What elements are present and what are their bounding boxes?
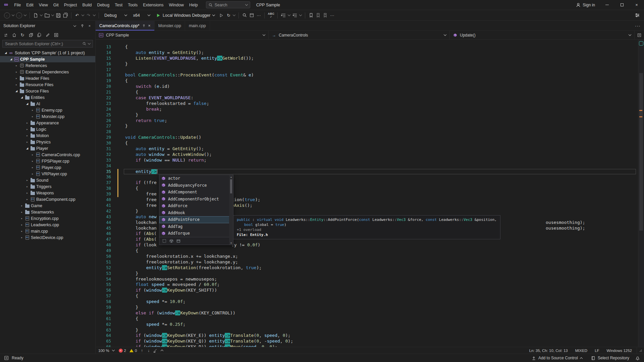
code-line[interactable]: 20 switch (e.id) (96, 84, 644, 89)
home-button[interactable] (10, 32, 18, 39)
tree-item[interactable]: ▸++Enemy.cpp (0, 107, 95, 113)
tree-item[interactable]: ▸++FPSPlayer.cpp (0, 158, 95, 164)
tree-item[interactable]: ◢AI (0, 101, 95, 107)
redo-button[interactable]: ↷ (85, 11, 92, 19)
close-tab-icon[interactable]: × (148, 23, 151, 28)
menu-build[interactable]: Build (80, 1, 95, 9)
scroll-up-icon[interactable]: ▲ (230, 176, 232, 178)
completion-item[interactable]: AddTorque (159, 230, 233, 237)
completion-item[interactable]: AddForce (159, 202, 233, 209)
new-file-button[interactable] (32, 11, 39, 19)
open-file-button[interactable] (44, 11, 50, 19)
tab-list-button[interactable]: ··· (635, 23, 641, 28)
collapsed-arrow-icon[interactable]: ▸ (14, 83, 19, 86)
code-line[interactable]: 50 freelookrotation.x += lookchange.x; (96, 254, 644, 259)
menu-window[interactable]: Window (166, 1, 186, 9)
sync-with-active-button[interactable] (52, 32, 60, 39)
code-line[interactable]: 26 return true; (96, 118, 644, 124)
collapsed-arrow-icon[interactable]: ▸ (25, 128, 30, 131)
document-outline-button[interactable] (635, 31, 644, 39)
select-repository-button[interactable]: Select Repository (588, 356, 632, 360)
completion-item[interactable]: AddHook (159, 209, 233, 217)
code-line[interactable]: 49 { (96, 248, 644, 254)
code-line[interactable]: 59 } (96, 305, 644, 310)
collapsed-arrow-icon[interactable]: ▸ (19, 230, 24, 233)
indent-dropdown[interactable] (287, 11, 291, 19)
member-dropdown[interactable]: Update() (450, 31, 635, 39)
global-search-box[interactable]: Search (206, 1, 250, 8)
more-toolbar-options-button[interactable]: ··· (255, 11, 262, 19)
solution-configurations-dropdown[interactable]: Debug (101, 11, 130, 19)
collapsed-arrow-icon[interactable]: ▸ (25, 198, 30, 201)
save-all-button[interactable] (62, 11, 69, 19)
tree-item[interactable]: ▸Steamworks (0, 209, 95, 215)
expanded-arrow-icon[interactable]: ◢ (25, 147, 30, 150)
expanded-arrow-icon[interactable]: ◢ (25, 102, 30, 105)
collapsed-arrow-icon[interactable]: ▸ (19, 211, 24, 214)
collapsed-arrow-icon[interactable]: ▸ (19, 236, 24, 239)
prev-issue-button[interactable]: ↑ (139, 347, 145, 355)
tab-cameracontrols-cpp-[interactable]: CameraControls.cpp*× (96, 21, 155, 31)
navigate-back-dropdown[interactable] (11, 11, 15, 19)
save-button[interactable] (55, 11, 62, 19)
prev-bookmark-button[interactable] (315, 11, 321, 19)
type-dropdown[interactable]: → CameraControls (269, 31, 450, 39)
collapsed-arrow-icon[interactable]: ▸ (19, 204, 24, 207)
file-health-icon[interactable] (639, 41, 643, 46)
zoom-dropdown[interactable]: 100 % (98, 349, 117, 353)
notifications-bell-button[interactable] (635, 356, 640, 360)
expanded-arrow-icon[interactable]: ◢ (14, 89, 19, 93)
code-line[interactable]: 60 else if (window->KeyDown(KEY_CONTROL)… (96, 310, 644, 316)
code-line[interactable]: 63 } (96, 327, 644, 333)
navigate-forward-button[interactable]: → (15, 11, 23, 19)
completion-filter-expander-icon[interactable] (162, 239, 166, 243)
code-line[interactable]: 15 Listen(EVENT_WORLDPAUSE, entity->GetW… (96, 56, 644, 61)
code-line[interactable]: 54 freelookmousepos = newmousepos; (96, 277, 644, 282)
code-line[interactable]: 66 if (window->KeyDown(KEY_D)) entity->M… (96, 344, 644, 347)
switch-views-button[interactable] (2, 32, 9, 39)
code-line[interactable]: 16} (96, 61, 644, 67)
tab-monster-cpp[interactable]: Monster.cpp (155, 21, 185, 31)
code-line[interactable]: 65 if (window->KeyDown(KEY_Q)) entity->T… (96, 339, 644, 344)
expanded-arrow-icon[interactable]: ◢ (9, 58, 13, 61)
tree-item[interactable]: ▸Sound (0, 177, 95, 183)
completion-item[interactable]: AddComponent (159, 189, 233, 196)
menu-edit[interactable]: Edit (23, 1, 36, 9)
code-line[interactable]: 24 break; (96, 107, 644, 112)
next-issue-button[interactable]: ↓ (145, 347, 152, 355)
maximize-button[interactable] (614, 0, 629, 10)
encoding[interactable]: Windows 1252 (607, 349, 632, 353)
collapsed-arrow-icon[interactable]: ▸ (25, 122, 30, 124)
expanded-arrow-icon[interactable]: ◢ (3, 51, 8, 54)
indent-lines-button[interactable] (280, 11, 287, 19)
collapsed-arrow-icon[interactable]: ▸ (30, 109, 35, 112)
properties-button[interactable] (44, 32, 51, 39)
indent-mode[interactable]: MIXED (575, 349, 587, 353)
collapsed-arrow-icon[interactable]: ▸ (30, 160, 35, 163)
show-all-files-button[interactable] (36, 32, 43, 39)
toolbar-overflow-button[interactable]: ··· (329, 11, 335, 19)
editor-vertical-scrollbar[interactable] (638, 40, 644, 347)
collapsed-arrow-icon[interactable]: ▸ (19, 217, 24, 220)
tree-item[interactable]: ▸Weapons (0, 190, 95, 196)
menu-project[interactable]: Project (61, 1, 80, 9)
code-line[interactable]: 53 } (96, 271, 644, 277)
pin-panel-button[interactable] (78, 22, 86, 29)
outdent-lines-button[interactable] (291, 11, 298, 19)
toggle-bookmark-button[interactable] (308, 11, 314, 19)
minimize-button[interactable] (600, 0, 614, 10)
new-file-dropdown[interactable] (39, 11, 43, 19)
navigate-forward-dropdown[interactable] (23, 11, 27, 19)
find-next-button[interactable] (248, 11, 255, 19)
code-line[interactable]: 52 entity->SetRotation(freelookrotation,… (96, 265, 644, 271)
tree-item[interactable]: ▸++BaseComponent.cpp (0, 196, 95, 202)
code-line[interactable]: 29void CameraControls::Update() (96, 135, 644, 140)
collapsed-arrow-icon[interactable]: ▸ (30, 166, 35, 169)
menu-view[interactable]: View (36, 1, 51, 9)
caret-position[interactable]: Ln: 35, Ch: 10, Col: 13 (529, 349, 568, 353)
tree-item[interactable]: ◢Player (0, 145, 95, 152)
tree-item[interactable]: ▸Resource Files (0, 81, 95, 88)
pin-tab-icon[interactable] (142, 24, 146, 27)
tree-item[interactable]: ▸Logic (0, 126, 95, 132)
code-line[interactable]: 18bool CameraControls::ProcessEvent(cons… (96, 72, 644, 78)
